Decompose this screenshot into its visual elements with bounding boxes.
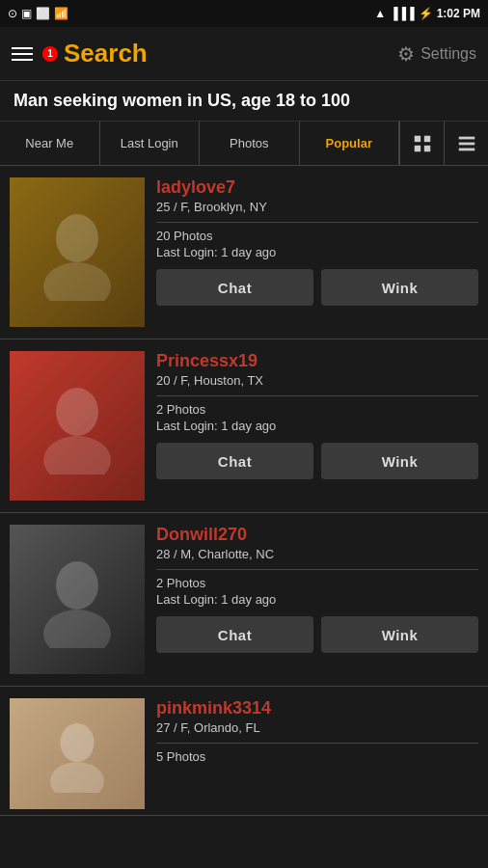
action-buttons: Chat Wink <box>156 269 478 306</box>
list-item: pinkmink3314 27 / F, Orlando, FL 5 Photo… <box>0 687 488 816</box>
svg-point-9 <box>56 388 98 436</box>
profile-photo[interactable] <box>10 351 145 501</box>
search-subtitle: Man seeking women in US, age 18 to 100 <box>0 81 488 122</box>
svg-point-11 <box>56 561 98 610</box>
svg-point-7 <box>56 214 98 262</box>
profile-username[interactable]: ladylove7 <box>156 177 478 198</box>
alarm-icon: ⊙ <box>8 7 17 20</box>
chat-button[interactable]: Chat <box>156 616 313 653</box>
svg-point-10 <box>43 436 111 475</box>
profile-photos-count: 2 Photos <box>156 402 478 417</box>
svg-rect-3 <box>423 145 429 150</box>
profile-photos-count: 2 Photos <box>156 576 478 590</box>
user-avatar-3 <box>39 552 116 648</box>
user-avatar-2 <box>39 378 116 475</box>
user-avatar-4 <box>39 716 116 793</box>
grid-icon <box>412 133 433 154</box>
svg-rect-2 <box>414 145 420 150</box>
status-bar: ⊙ ▣ ⬜ 📶 ▲ ▐▐▐ ⚡ 1:02 PM <box>0 0 488 27</box>
bars-icon: ▐▐▐ <box>390 7 415 20</box>
tab-near-me[interactable]: Near Me <box>0 122 100 165</box>
list-item: Donwill270 28 / M, Charlotte, NC 2 Photo… <box>0 513 488 687</box>
svg-rect-1 <box>423 135 429 141</box>
image-icon: ⬜ <box>36 7 50 20</box>
profile-photo[interactable] <box>10 177 145 327</box>
wink-button[interactable]: Wink <box>321 443 478 479</box>
chat-button[interactable]: Chat <box>156 269 313 306</box>
hamburger-icon <box>12 47 33 61</box>
svg-point-12 <box>43 610 111 648</box>
svg-rect-5 <box>458 142 474 145</box>
header: 1 Search ⚙ Settings <box>0 27 488 81</box>
profile-details: 20 / F, Houston, TX <box>156 373 478 388</box>
menu-button[interactable]: 1 <box>12 46 58 62</box>
chat-button[interactable]: Chat <box>156 443 313 479</box>
tab-photos[interactable]: Photos <box>200 122 300 165</box>
wink-button[interactable]: Wink <box>321 269 478 306</box>
profile-info: Princessx19 20 / F, Houston, TX 2 Photos… <box>156 351 478 479</box>
profile-details: 25 / F, Brooklyn, NY <box>156 200 478 214</box>
status-icons-right: ▲ ▐▐▐ ⚡ 1:02 PM <box>374 7 480 20</box>
list-icon <box>456 133 477 154</box>
profile-photos-count: 20 Photos <box>156 229 478 243</box>
profile-details: 27 / F, Orlando, FL <box>156 720 478 735</box>
profile-last-login: Last Login: 1 day ago <box>156 245 478 259</box>
gear-icon: ⚙ <box>397 42 415 66</box>
svg-point-13 <box>60 723 94 762</box>
battery-icon: ⚡ <box>419 7 433 20</box>
profile-photo[interactable] <box>10 698 145 809</box>
profile-last-login: Last Login: 1 day ago <box>156 419 478 433</box>
clock: 1:02 PM <box>437 7 480 20</box>
svg-point-8 <box>43 262 111 301</box>
profile-info: ladylove7 25 / F, Brooklyn, NY 20 Photos… <box>156 177 478 306</box>
profile-username[interactable]: pinkmink3314 <box>156 698 478 719</box>
signal-icon: 📶 <box>54 7 68 20</box>
settings-button[interactable]: ⚙ Settings <box>397 42 476 66</box>
svg-rect-4 <box>458 136 474 139</box>
list-item: Princessx19 20 / F, Houston, TX 2 Photos… <box>0 339 488 513</box>
wink-button[interactable]: Wink <box>321 616 478 653</box>
svg-rect-0 <box>414 135 420 141</box>
wifi-icon: ▲ <box>374 7 386 20</box>
profile-photos-count: 5 Photos <box>156 749 478 764</box>
profile-info: pinkmink3314 27 / F, Orlando, FL 5 Photo… <box>156 698 478 766</box>
profile-info: Donwill270 28 / M, Charlotte, NC 2 Photo… <box>156 525 478 653</box>
user-avatar-1 <box>39 204 116 301</box>
svg-point-14 <box>50 762 104 793</box>
filter-tabs: Near Me Last Login Photos Popular <box>0 122 488 166</box>
profile-photo[interactable] <box>10 525 145 674</box>
tab-last-login[interactable]: Last Login <box>100 122 201 165</box>
notification-badge: 1 <box>42 46 58 62</box>
profile-username[interactable]: Donwill270 <box>156 525 478 545</box>
tab-popular[interactable]: Popular <box>300 122 400 165</box>
list-item: ladylove7 25 / F, Brooklyn, NY 20 Photos… <box>0 166 488 339</box>
profile-list: ladylove7 25 / F, Brooklyn, NY 20 Photos… <box>0 166 488 816</box>
page-title: Search <box>64 39 397 68</box>
profile-username[interactable]: Princessx19 <box>156 351 478 371</box>
settings-label: Settings <box>420 45 476 63</box>
save-icon: ▣ <box>21 7 32 20</box>
profile-details: 28 / M, Charlotte, NC <box>156 547 478 561</box>
status-icons-left: ⊙ ▣ ⬜ 📶 <box>8 7 68 20</box>
profile-last-login: Last Login: 1 day ago <box>156 592 478 607</box>
svg-rect-6 <box>458 148 474 150</box>
view-toggle <box>399 122 488 165</box>
action-buttons: Chat Wink <box>156 616 478 653</box>
action-buttons: Chat Wink <box>156 443 478 479</box>
list-view-button[interactable] <box>444 122 488 165</box>
grid-view-button[interactable] <box>399 122 444 165</box>
